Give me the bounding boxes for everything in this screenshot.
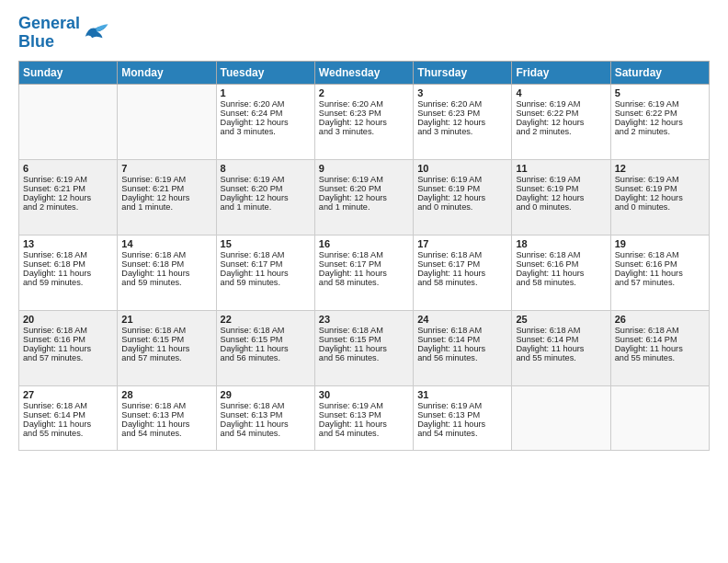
day-number: 28 [121, 389, 211, 400]
cell-content-line: Daylight: 11 hours [23, 419, 113, 429]
cell-content-line: Sunrise: 6:20 AM [417, 99, 507, 109]
calendar-cell: 12Sunrise: 6:19 AMSunset: 6:19 PMDayligh… [610, 159, 709, 235]
day-number: 12 [615, 163, 705, 174]
cell-content-line: Sunrise: 6:18 AM [23, 326, 113, 335]
calendar-header-row: SundayMondayTuesdayWednesdayThursdayFrid… [19, 61, 710, 84]
cell-content-line: Sunrise: 6:18 AM [221, 401, 311, 410]
cell-content-line: Sunset: 6:15 PM [221, 335, 311, 344]
calendar-cell: 21Sunrise: 6:18 AMSunset: 6:15 PMDayligh… [118, 310, 216, 385]
calendar-cell [19, 84, 118, 159]
day-number: 26 [615, 314, 705, 325]
cell-content-line: Sunrise: 6:19 AM [615, 99, 705, 109]
day-number: 15 [221, 238, 311, 249]
cell-content-line: Sunset: 6:17 PM [417, 259, 507, 269]
cell-content-line: and 2 minutes. [23, 202, 113, 212]
cell-content-line: and 57 minutes. [615, 278, 705, 287]
cell-content-line: Sunrise: 6:18 AM [417, 326, 507, 335]
cell-content-line: Sunset: 6:19 PM [417, 184, 507, 193]
cell-content-line: Daylight: 12 hours [121, 193, 211, 202]
cell-content-line: Daylight: 11 hours [221, 269, 311, 278]
cell-content-line: and 58 minutes. [319, 278, 409, 287]
cell-content-line: and 54 minutes. [121, 429, 211, 438]
calendar-cell [610, 385, 709, 450]
cell-content-line: Sunset: 6:14 PM [516, 335, 606, 344]
day-number: 19 [615, 238, 705, 249]
weekday-header: Friday [512, 61, 610, 84]
calendar-cell: 26Sunrise: 6:18 AMSunset: 6:14 PMDayligh… [610, 310, 709, 385]
cell-content-line: Daylight: 12 hours [319, 118, 409, 127]
cell-content-line: Daylight: 11 hours [121, 419, 211, 429]
cell-content-line: and 55 minutes. [516, 353, 606, 362]
calendar-cell: 8Sunrise: 6:19 AMSunset: 6:20 PMDaylight… [216, 159, 314, 235]
cell-content-line: Sunset: 6:22 PM [516, 109, 606, 118]
day-number: 6 [23, 163, 113, 174]
cell-content-line: Daylight: 12 hours [417, 193, 507, 202]
calendar-cell: 13Sunrise: 6:18 AMSunset: 6:18 PMDayligh… [19, 235, 118, 310]
calendar-cell: 15Sunrise: 6:18 AMSunset: 6:17 PMDayligh… [216, 235, 314, 310]
cell-content-line: Sunset: 6:15 PM [121, 335, 211, 344]
calendar-cell: 20Sunrise: 6:18 AMSunset: 6:16 PMDayligh… [19, 310, 118, 385]
day-number: 2 [319, 87, 409, 98]
cell-content-line: and 54 minutes. [319, 429, 409, 438]
cell-content-line: Sunrise: 6:19 AM [319, 401, 409, 410]
cell-content-line: Daylight: 11 hours [23, 344, 113, 353]
page: General Blue SundayMondayTuesdayWednesda… [0, 0, 728, 563]
cell-content-line: Daylight: 11 hours [417, 344, 507, 353]
cell-content-line: Daylight: 11 hours [516, 344, 606, 353]
cell-content-line: Sunrise: 6:18 AM [615, 326, 705, 335]
cell-content-line: and 3 minutes. [221, 127, 311, 136]
weekday-header: Tuesday [216, 61, 314, 84]
cell-content-line: Sunset: 6:14 PM [23, 410, 113, 419]
cell-content-line: Sunrise: 6:20 AM [221, 99, 311, 109]
cell-content-line: Sunrise: 6:19 AM [516, 99, 606, 109]
cell-content-line: and 57 minutes. [23, 353, 113, 362]
cell-content-line: Sunset: 6:17 PM [319, 259, 409, 269]
cell-content-line: Sunset: 6:19 PM [516, 184, 606, 193]
cell-content-line: Sunrise: 6:18 AM [121, 401, 211, 410]
cell-content-line: and 59 minutes. [121, 278, 211, 287]
day-number: 7 [121, 163, 211, 174]
cell-content-line: and 59 minutes. [221, 278, 311, 287]
cell-content-line: Sunset: 6:14 PM [615, 335, 705, 344]
cell-content-line: Sunrise: 6:18 AM [23, 250, 113, 259]
cell-content-line: Sunset: 6:16 PM [516, 259, 606, 269]
cell-content-line: Daylight: 11 hours [319, 419, 409, 429]
cell-content-line: Sunrise: 6:18 AM [417, 250, 507, 259]
cell-content-line: Sunset: 6:20 PM [221, 184, 311, 193]
cell-content-line: Sunset: 6:17 PM [221, 259, 311, 269]
cell-content-line: and 3 minutes. [417, 127, 507, 136]
cell-content-line: Sunrise: 6:18 AM [516, 250, 606, 259]
logo-text-blue: Blue [18, 33, 80, 52]
cell-content-line: Sunset: 6:23 PM [319, 109, 409, 118]
cell-content-line: Sunrise: 6:18 AM [615, 250, 705, 259]
day-number: 5 [615, 87, 705, 98]
day-number: 3 [417, 87, 507, 98]
calendar-cell: 11Sunrise: 6:19 AMSunset: 6:19 PMDayligh… [512, 159, 610, 235]
cell-content-line: and 3 minutes. [319, 127, 409, 136]
day-number: 20 [23, 314, 113, 325]
calendar-cell: 5Sunrise: 6:19 AMSunset: 6:22 PMDaylight… [610, 84, 709, 159]
cell-content-line: and 56 minutes. [417, 353, 507, 362]
day-number: 9 [319, 163, 409, 174]
cell-content-line: and 0 minutes. [417, 202, 507, 212]
cell-content-line: Sunrise: 6:19 AM [23, 175, 113, 184]
calendar-cell: 22Sunrise: 6:18 AMSunset: 6:15 PMDayligh… [216, 310, 314, 385]
cell-content-line: Sunrise: 6:18 AM [121, 250, 211, 259]
day-number: 14 [121, 238, 211, 249]
weekday-header: Monday [118, 61, 216, 84]
cell-content-line: and 58 minutes. [516, 278, 606, 287]
cell-content-line: Daylight: 11 hours [221, 344, 311, 353]
cell-content-line: and 55 minutes. [615, 353, 705, 362]
cell-content-line: and 54 minutes. [417, 429, 507, 438]
cell-content-line: Daylight: 11 hours [221, 419, 311, 429]
cell-content-line: Daylight: 11 hours [23, 269, 113, 278]
calendar-cell: 10Sunrise: 6:19 AMSunset: 6:19 PMDayligh… [414, 159, 512, 235]
cell-content-line: Daylight: 11 hours [319, 269, 409, 278]
cell-content-line: Sunset: 6:23 PM [417, 109, 507, 118]
weekday-header: Wednesday [314, 61, 413, 84]
cell-content-line: and 54 minutes. [221, 429, 311, 438]
calendar-cell: 31Sunrise: 6:19 AMSunset: 6:13 PMDayligh… [414, 385, 512, 450]
cell-content-line: and 2 minutes. [516, 127, 606, 136]
cell-content-line: and 1 minute. [221, 202, 311, 212]
cell-content-line: Sunrise: 6:18 AM [516, 326, 606, 335]
